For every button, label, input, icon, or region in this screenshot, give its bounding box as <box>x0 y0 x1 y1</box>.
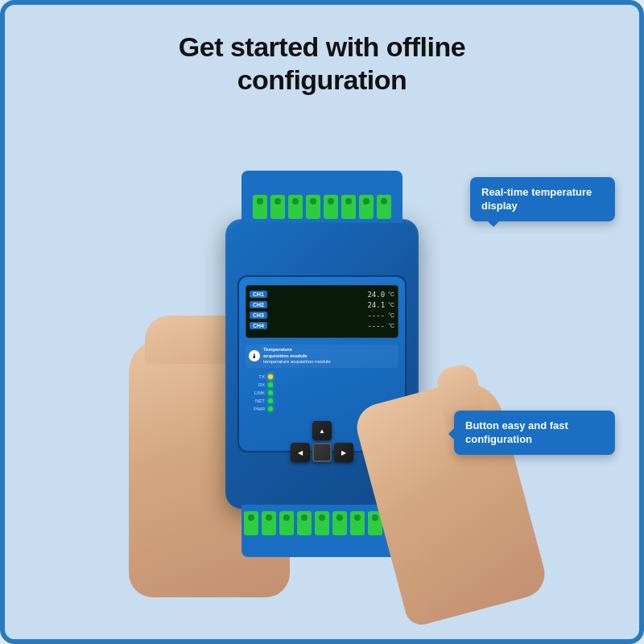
device-label-text: Temperature acquisition module temperatu… <box>263 347 331 365</box>
ch1-unit: °C <box>388 291 394 297</box>
terminal-b5 <box>315 511 329 535</box>
ch3-value: ---- <box>270 312 385 320</box>
terminal-b2 <box>262 511 276 535</box>
ch4-label: CH4 <box>250 322 267 329</box>
ch1-label: CH1 <box>250 291 267 298</box>
channel-row-2: CH2 24.1 °C <box>250 301 394 309</box>
terminal-b3 <box>279 511 294 535</box>
ch4-value: ---- <box>270 322 385 330</box>
terminal-1 <box>253 195 267 219</box>
pwr-label: PWR <box>246 407 265 411</box>
ch2-unit: °C <box>388 302 394 308</box>
page-container: Get started with offline configuration R… <box>0 0 644 644</box>
link-led <box>268 390 273 395</box>
channel-row-1: CH1 24.0 °C <box>250 291 394 299</box>
terminals-top <box>242 171 402 223</box>
page-title: Get started with offline configuration <box>179 31 465 97</box>
net-label: NET <box>246 398 265 403</box>
terminal-7 <box>359 195 374 219</box>
callout-temperature: Real-time temperature display <box>470 177 615 221</box>
nav-left-button[interactable]: ◀ <box>291 443 310 462</box>
indicator-net: NET <box>246 398 398 403</box>
terminal-b1 <box>244 511 258 535</box>
terminal-5 <box>324 195 338 219</box>
nav-center-button[interactable] <box>312 443 332 462</box>
terminal-b4 <box>297 511 312 535</box>
ch3-label: CH3 <box>250 312 267 319</box>
terminal-b7 <box>350 511 365 535</box>
ch2-value: 24.1 <box>270 301 385 309</box>
nav-buttons: ▲ ◀ ▶ <box>291 421 353 462</box>
channel-row-3: CH3 ---- °C <box>250 312 394 320</box>
image-area: Real-time temperature display Button eas… <box>5 97 639 639</box>
terminal-4 <box>306 195 320 219</box>
channel-row-4: CH4 ---- °C <box>250 322 394 330</box>
ch4-unit: °C <box>388 323 394 328</box>
nav-up-button[interactable]: ▲ <box>312 421 332 440</box>
link-label: LINK <box>246 390 265 395</box>
ch3-unit: °C <box>388 312 394 318</box>
terminal-2 <box>270 195 285 219</box>
ch2-label: CH2 <box>250 301 267 308</box>
net-led <box>268 398 273 403</box>
rx-label: RX <box>246 382 265 387</box>
ch1-value: 24.0 <box>270 291 385 299</box>
pwr-led <box>268 407 273 411</box>
tx-led <box>268 374 273 379</box>
terminal-b6 <box>332 511 347 535</box>
oled-display: CH1 24.0 °C CH2 24.1 °C CH3 <box>246 285 398 338</box>
indicator-tx: TX <box>246 374 398 379</box>
indicator-rx: RX <box>246 382 398 387</box>
callout-button: Button easy and fast configuration <box>454 411 615 455</box>
nav-right-button[interactable]: ▶ <box>334 443 353 462</box>
rx-led <box>268 382 273 387</box>
hands-device-group: CH1 24.0 °C CH2 24.1 °C CH3 <box>113 147 531 597</box>
terminal-6 <box>341 195 356 219</box>
device-label-area: 🌡 Temperature acquisition module tempera… <box>246 345 398 368</box>
tx-label: TX <box>246 374 265 379</box>
terminal-8 <box>377 195 391 219</box>
indicator-link: LINK <box>246 390 398 395</box>
device-icon: 🌡 <box>249 350 260 361</box>
terminal-3 <box>288 195 303 219</box>
